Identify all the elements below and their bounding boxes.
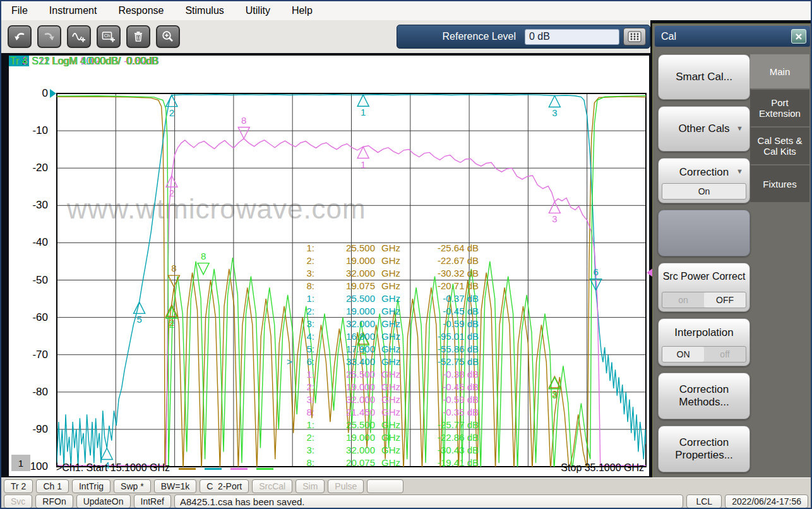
add-channel-button[interactable]: Ch (97, 25, 121, 48)
status-button-intref[interactable]: IntRef (134, 494, 171, 508)
menu-item-stimulus[interactable]: Stimulus (184, 4, 225, 18)
trace-color-key (179, 468, 273, 470)
tab-port-extension[interactable]: Port Extension (750, 90, 809, 126)
status-spacer (407, 479, 808, 493)
status-button-swp-[interactable]: Swp * (114, 479, 151, 493)
marker-label: 3 (552, 213, 557, 224)
menu-item-utility[interactable]: Utility (244, 4, 272, 18)
tab-fixtures[interactable]: Fixtures (750, 165, 809, 202)
marker-table-row: 5:17.900GHz-55.86 dB (287, 343, 479, 356)
smart-cal-button[interactable]: Smart Cal... (658, 54, 750, 100)
interpolation-on-segment[interactable]: ON (662, 347, 704, 362)
tab-main[interactable]: Main (750, 54, 809, 88)
status-button-bw-1k[interactable]: BW=1k (154, 479, 197, 493)
zoom-button[interactable] (156, 25, 180, 48)
other-cals-button[interactable]: Other Cals ▼ (658, 106, 750, 152)
lcl-indicator: LCL (686, 494, 722, 508)
marker-1-tr3[interactable] (357, 147, 369, 159)
stop-frequency-label: Stop 35.1000 GHz (445, 462, 644, 474)
src-power-on-segment[interactable]: on (662, 292, 704, 308)
src-power-correct-button[interactable]: Src Power Correct on OFF (658, 263, 750, 312)
undo-button[interactable] (8, 25, 32, 48)
marker-3-tr3[interactable] (549, 201, 560, 213)
legend-tr4-text: S22 LogM 4.000dB/ 0.00dB (29, 56, 158, 66)
menu-item-help[interactable]: Help (290, 4, 314, 18)
menu-bar: FileInstrumentResponseStimulusUtilityHel… (1, 1, 811, 20)
interpolation-off-segment[interactable]: off (704, 347, 746, 362)
blank-button (658, 210, 750, 256)
stimulus-start-row: >Ch1: Start 15.1000 GHz (56, 462, 273, 474)
plot-area[interactable]: www.wtmicrowave.com 0-10-20-30-40-50-60-… (9, 56, 649, 476)
marker-4-tr2[interactable] (101, 448, 112, 459)
status-button-pulse[interactable]: Pulse (328, 479, 364, 493)
marker-8-tr4[interactable] (198, 263, 209, 275)
interpolation-label: Interpolation (674, 326, 734, 339)
status-button-rfon[interactable]: RFOn (35, 494, 73, 508)
add-trace-button[interactable] (67, 25, 91, 48)
reference-position-arrow[interactable] (647, 268, 653, 277)
correction-button[interactable]: Correction ▼ On (658, 158, 750, 203)
menu-item-file[interactable]: File (10, 4, 29, 18)
undo-icon (13, 30, 27, 44)
marker-readout-table: 1:25.500GHz-25.64 dB2:19.000GHz-22.67 dB… (287, 242, 479, 469)
status-button-updateon[interactable]: UpdateOn (76, 494, 131, 508)
delete-trace-button[interactable] (126, 25, 150, 48)
marker-table-row: 2:19.000GHz-22.86 dB (287, 431, 479, 444)
svg-text:Ch: Ch (104, 33, 110, 39)
interpolation-toggle[interactable]: ON off (662, 346, 746, 362)
reference-position-arrow[interactable] (50, 89, 56, 98)
status-button-svc[interactable]: Svc (4, 494, 32, 508)
marker-label: 1 (361, 107, 366, 117)
status-button-c-2-port[interactable]: C 2-Port (200, 479, 249, 493)
reference-level-panel: Reference Level (397, 25, 650, 49)
correction-properties-label: Correction Properties... (667, 436, 741, 462)
correction-state-toggle[interactable]: On (662, 183, 746, 200)
status-button-inttrig[interactable]: IntTrig (72, 479, 110, 493)
status-button-sim[interactable]: Sim (296, 479, 325, 493)
marker-table-row: 8:21.450GHz-0.35 dB (287, 406, 479, 419)
other-cals-label: Other Cals (678, 123, 729, 135)
chevron-down-icon: ▼ (736, 167, 743, 175)
marker-2-tr2[interactable] (166, 95, 177, 107)
add-channel-icon: Ch (101, 30, 116, 44)
marker-8-tr3[interactable] (238, 128, 249, 139)
zoom-icon (161, 30, 175, 44)
marker-label: 6 (594, 266, 599, 277)
y-tick-label: -80 (10, 386, 48, 398)
marker-table-row: 2:19.000GHz-22.67 dB (287, 254, 479, 267)
status-bar: Tr 2Ch 1IntTrigSwp *BW=1kC 2-PortSrcCalS… (1, 477, 811, 509)
channel-1-tab[interactable]: 1 (11, 455, 30, 471)
marker-1-tr2[interactable] (357, 95, 369, 106)
cal-panel-title: Cal (661, 31, 676, 42)
marker-label: 3 (552, 390, 557, 400)
redo-button[interactable] (37, 25, 61, 48)
y-tick-label: -10 (10, 124, 48, 137)
marker-label: 8 (241, 115, 246, 126)
tab-fixtures-label: Fixtures (763, 179, 796, 189)
keypad-button[interactable] (623, 28, 646, 45)
vna-application-window: FileInstrumentResponseStimulusUtilityHel… (0, 0, 812, 509)
status-button-tr-2[interactable]: Tr 2 (4, 479, 33, 493)
y-tick-label: -20 (10, 162, 48, 174)
marker-label: 5 (136, 314, 141, 325)
reference-level-input[interactable] (525, 29, 619, 45)
src-power-off-segment[interactable]: OFF (704, 292, 746, 308)
src-power-toggle[interactable]: on OFF (662, 292, 746, 308)
marker-table-row: 1:25.500GHz-25.77 dB (287, 419, 479, 431)
legend-tr4[interactable]: Tr 4 S22 LogM 4.000dB/ 0.00dB (9, 56, 158, 67)
correction-methods-label: Correction Methods... (667, 383, 741, 409)
status-button-srccal[interactable]: SrcCal (252, 479, 292, 493)
correction-methods-button[interactable]: Correction Methods... (658, 373, 750, 419)
add-trace-icon (71, 30, 87, 44)
correction-on-state[interactable]: On (662, 184, 746, 199)
status-button-ch-1[interactable]: Ch 1 (36, 479, 69, 493)
tab-cal-sets-kits[interactable]: Cal Sets & Cal Kits (750, 128, 809, 164)
interpolation-button[interactable]: Interpolation ON off (658, 318, 750, 366)
correction-properties-button[interactable]: Correction Properties... (658, 426, 750, 472)
marker-table-row: 1:25.500GHz-0.37 dB (287, 292, 479, 305)
status-message: A8425.1.csa has been saved. (174, 494, 683, 508)
marker-3-tr2[interactable] (549, 95, 560, 107)
cal-close-button[interactable] (791, 29, 806, 44)
menu-item-instrument[interactable]: Instrument (48, 4, 99, 18)
menu-item-response[interactable]: Response (117, 4, 165, 18)
